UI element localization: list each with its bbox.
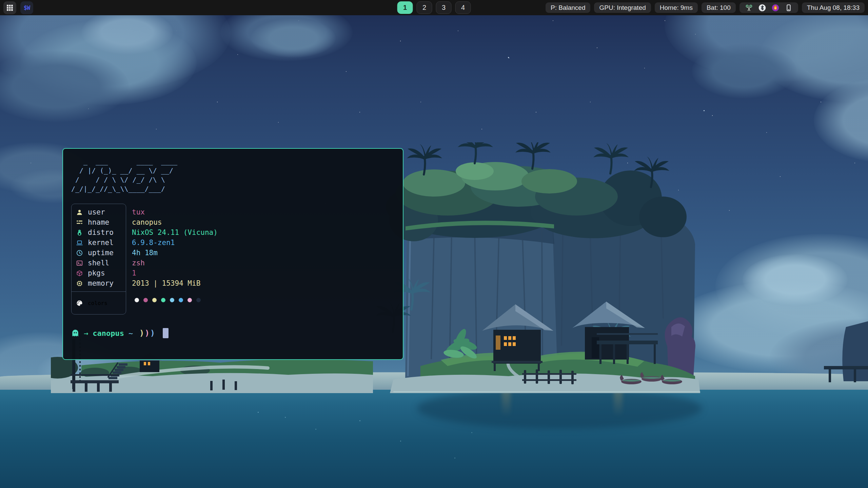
info-label: colors bbox=[88, 300, 107, 306]
penguin-icon bbox=[76, 229, 83, 236]
light-reflection bbox=[502, 390, 511, 417]
bar-left-group: $W bbox=[3, 1, 33, 14]
bar-right-group: P: Balanced GPU: Integrated Home: 9ms Ba… bbox=[546, 2, 865, 13]
info-row-pkgs: pkgs bbox=[72, 268, 126, 278]
swatch bbox=[188, 298, 192, 302]
cloud bbox=[692, 44, 797, 98]
info-value-hname: canopus bbox=[132, 217, 218, 227]
info-label: shell bbox=[88, 259, 109, 267]
info-row-memory: memory bbox=[72, 278, 126, 288]
swatch bbox=[135, 298, 139, 302]
info-label: distro bbox=[88, 228, 114, 237]
info-row-distro: distro bbox=[72, 227, 126, 238]
app-grid-icon bbox=[6, 4, 13, 11]
scissors-icon[interactable] bbox=[745, 4, 753, 12]
info-label: hname bbox=[88, 218, 109, 226]
info-label: pkgs bbox=[88, 269, 105, 277]
battery-widget[interactable]: Bat: 100 bbox=[702, 2, 736, 13]
cloud bbox=[251, 19, 336, 58]
workspace-switcher: 1 2 3 4 bbox=[397, 0, 471, 15]
prompt-chevrons: ) ) ) bbox=[139, 329, 155, 338]
info-value-pkgs: 1 bbox=[132, 268, 218, 278]
workspace-4[interactable]: 4 bbox=[455, 1, 471, 14]
clock-widget[interactable]: Thu Aug 08, 18:33 bbox=[802, 2, 865, 13]
terminal-window: _ ___ ____ ____ / |/ (_)_ __/ __ \/ __/ … bbox=[62, 148, 403, 360]
prompt-arrow: → bbox=[84, 329, 88, 338]
flameshot-icon[interactable] bbox=[772, 4, 779, 12]
chevron: ) bbox=[150, 329, 155, 338]
swatch bbox=[179, 298, 183, 302]
text-cursor[interactable] bbox=[163, 328, 169, 338]
phone-icon[interactable] bbox=[785, 4, 792, 12]
workspace-label: 3 bbox=[442, 4, 446, 12]
info-value-memory: 2013 | 15394 MiB bbox=[132, 278, 218, 288]
terminal-icon bbox=[76, 260, 83, 266]
info-label: kernel bbox=[88, 239, 114, 247]
laptop-icon bbox=[76, 239, 83, 246]
chevron: ) bbox=[139, 329, 144, 338]
logo-text: $W bbox=[24, 4, 30, 11]
workspace-2[interactable]: 2 bbox=[417, 1, 432, 14]
info-value-user: tux bbox=[132, 207, 218, 217]
info-label: user bbox=[88, 208, 105, 216]
power-profile-widget[interactable]: P: Balanced bbox=[546, 2, 590, 13]
info-row-hname: hname bbox=[72, 217, 126, 227]
island-reflection bbox=[417, 388, 702, 429]
bluetooth-icon[interactable] bbox=[758, 4, 766, 12]
cloud bbox=[81, 10, 173, 54]
info-row-user: user bbox=[72, 207, 126, 217]
swatch bbox=[170, 298, 174, 302]
workspace-label: 2 bbox=[422, 4, 426, 12]
swatch bbox=[196, 298, 201, 302]
workspace-label: 4 bbox=[461, 4, 465, 12]
user-icon bbox=[76, 209, 83, 216]
info-row-kernel: kernel bbox=[72, 238, 126, 248]
list-icon bbox=[76, 219, 83, 226]
swatch bbox=[152, 298, 157, 302]
light-reflection bbox=[614, 390, 623, 417]
ocean bbox=[0, 382, 868, 488]
color-swatches bbox=[132, 289, 218, 311]
island-illustration bbox=[373, 142, 868, 393]
info-value-kernel: 6.9.8-zen1 bbox=[132, 238, 218, 248]
workspace-1[interactable]: 1 bbox=[397, 1, 413, 14]
swatch bbox=[161, 298, 165, 302]
app-launcher-button[interactable] bbox=[3, 1, 16, 14]
package-icon bbox=[76, 270, 83, 277]
clock-icon bbox=[76, 249, 83, 256]
info-row-shell: shell bbox=[72, 258, 126, 268]
workspace-3[interactable]: 3 bbox=[436, 1, 452, 14]
info-value-uptime: 4h 18m bbox=[132, 248, 218, 258]
ascii-logo: _ ___ ____ ____ / |/ (_)_ __/ __ \/ __/ … bbox=[71, 157, 395, 194]
info-value-shell: zsh bbox=[132, 258, 218, 268]
ghost-icon bbox=[71, 329, 79, 337]
chevron: ) bbox=[145, 329, 150, 338]
info-value-distro: NixOS 24.11 (Vicuna) bbox=[132, 227, 218, 238]
system-tray bbox=[739, 2, 798, 13]
desktop: $W 1 2 3 4 P: Balanced GPU: Integrated H… bbox=[0, 0, 868, 488]
prompt-path: ~ bbox=[129, 329, 133, 338]
latency-widget[interactable]: Home: 9ms bbox=[655, 2, 698, 13]
info-label: uptime bbox=[88, 249, 114, 257]
top-bar: $W 1 2 3 4 P: Balanced GPU: Integrated H… bbox=[0, 0, 868, 15]
prompt-host: canopus bbox=[93, 329, 124, 338]
palette-icon bbox=[76, 300, 83, 306]
info-row-colors: colors bbox=[72, 291, 126, 314]
fetch-info: user hname distro bbox=[71, 204, 395, 314]
fetch-label-box: user hname distro bbox=[71, 204, 126, 314]
info-label: memory bbox=[88, 279, 114, 287]
distro-logo-button[interactable]: $W bbox=[20, 1, 33, 14]
info-row-uptime: uptime bbox=[72, 248, 126, 258]
chip-icon bbox=[76, 280, 83, 287]
workspace-label: 1 bbox=[403, 4, 407, 12]
gpu-widget[interactable]: GPU: Integrated bbox=[594, 2, 651, 13]
swatch bbox=[143, 298, 148, 302]
shell-prompt[interactable]: → canopus ~ ) ) ) bbox=[71, 328, 395, 338]
fetch-values: tux canopus NixOS 24.11 (Vicuna) 6.9.8-z… bbox=[132, 204, 218, 314]
